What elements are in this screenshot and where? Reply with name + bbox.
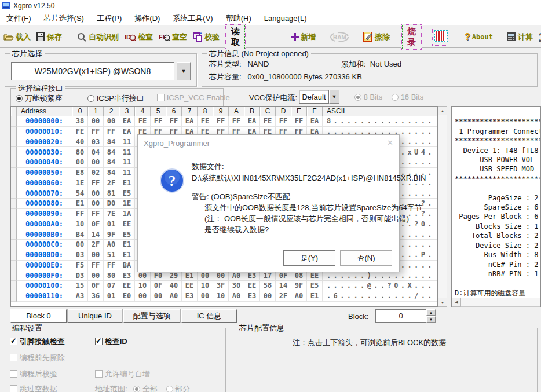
hex-byte-cell[interactable]: FF xyxy=(166,116,182,127)
hex-byte-cell[interactable]: 10 xyxy=(213,291,229,302)
hex-byte-cell[interactable]: E3 xyxy=(182,291,198,302)
hex-byte-cell[interactable]: 84 xyxy=(104,168,119,178)
check-id-button[interactable]: ID 检查 xyxy=(125,32,153,42)
hex-byte-cell[interactable]: 7E xyxy=(104,209,119,219)
hex-byte-cell[interactable]: 01 xyxy=(104,219,119,230)
hex-byte-cell[interactable]: 00 xyxy=(88,250,104,261)
hex-byte-cell[interactable]: E3 xyxy=(244,291,260,302)
hex-byte-cell[interactable]: 10 xyxy=(135,281,151,291)
hex-byte-cell[interactable]: 14 xyxy=(276,281,291,291)
hex-byte-cell[interactable]: 0F xyxy=(88,219,104,230)
menu-item[interactable]: 系统工具(V) xyxy=(166,13,219,24)
hex-byte-cell[interactable]: 00 xyxy=(88,199,104,209)
hex-byte-cell[interactable]: FF xyxy=(229,116,244,127)
hex-byte-cell[interactable]: A0 xyxy=(166,291,182,302)
hex-byte-cell[interactable]: 01 xyxy=(104,291,119,302)
hex-byte-cell[interactable]: 80 xyxy=(104,270,119,281)
log-hscrollbar[interactable] xyxy=(452,298,540,307)
program-button[interactable]: 烧录 xyxy=(401,24,422,50)
hex-byte-cell[interactable]: EA xyxy=(119,127,135,137)
hex-byte-cell[interactable]: FF xyxy=(276,116,291,127)
about-button[interactable]: ? About xyxy=(465,32,493,42)
scroll-up-icon[interactable]: ▲ xyxy=(438,106,447,115)
menu-item[interactable]: 操作(D) xyxy=(128,13,166,24)
hex-byte-cell[interactable]: D0 xyxy=(104,199,119,209)
hex-byte-cell[interactable]: 36 xyxy=(88,291,104,302)
close-icon[interactable]: ✕ xyxy=(387,138,393,147)
hex-byte-cell[interactable]: 02 xyxy=(88,168,104,178)
hex-byte-cell[interactable]: 00 xyxy=(88,270,104,281)
hex-byte-cell[interactable]: E8 xyxy=(72,168,88,178)
hex-byte-cell[interactable]: 84 xyxy=(104,147,119,157)
hex-byte-cell[interactable]: EA xyxy=(182,116,198,127)
hex-byte-cell[interactable]: 11 xyxy=(119,157,135,168)
hex-byte-cell[interactable]: FF xyxy=(88,261,104,271)
hex-byte-cell[interactable]: 03 xyxy=(72,250,88,261)
blank-check-button[interactable]: FF 查空 xyxy=(159,32,187,42)
hex-byte-cell[interactable]: EA xyxy=(307,116,323,127)
hex-byte-cell[interactable]: 9F xyxy=(104,229,119,240)
hex-byte-cell[interactable]: 0F xyxy=(151,281,166,291)
hex-byte-cell[interactable]: 00 xyxy=(151,291,166,302)
hex-byte-cell[interactable]: E1 xyxy=(307,291,323,302)
hex-byte-cell[interactable]: E1 xyxy=(72,199,88,209)
hex-byte-cell[interactable]: 00 xyxy=(135,291,151,302)
hex-byte-cell[interactable]: FF xyxy=(104,261,119,271)
hex-byte-cell[interactable]: 11 xyxy=(119,137,135,148)
hex-byte-cell[interactable]: 30 xyxy=(229,281,244,291)
hex-byte-cell[interactable]: 51 xyxy=(104,250,119,261)
hex-byte-cell[interactable]: EA xyxy=(244,116,260,127)
scroll-down-icon[interactable]: ▼ xyxy=(438,298,447,307)
hex-byte-cell[interactable]: 0F xyxy=(88,281,104,291)
save-button[interactable]: 保存 xyxy=(36,32,62,42)
hex-byte-cell[interactable]: A0 xyxy=(229,291,244,302)
vcc-combo[interactable]: Default xyxy=(299,90,329,104)
hex-byte-cell[interactable]: E1 xyxy=(119,250,135,261)
hex-byte-cell[interactable]: D3 xyxy=(72,270,88,281)
erase-button[interactable]: 擦除 xyxy=(363,32,390,42)
tab-config-options[interactable]: 配置与选项 xyxy=(123,309,180,323)
menu-item[interactable]: 工程(P) xyxy=(90,13,128,24)
hex-byte-cell[interactable]: EE xyxy=(119,219,135,230)
hex-byte-cell[interactable]: BA xyxy=(119,261,135,271)
hex-byte-cell[interactable]: FE xyxy=(198,116,213,127)
menu-item[interactable]: 文件(F) xyxy=(0,13,38,24)
hex-ascii-cell[interactable]: ......@..?0.X... xyxy=(323,281,437,291)
hex-byte-cell[interactable]: 00 xyxy=(88,188,104,199)
hex-byte-cell[interactable]: E3 xyxy=(119,270,135,281)
chip-test-button[interactable] xyxy=(432,28,449,46)
hex-byte-cell[interactable]: FE xyxy=(72,127,88,137)
hex-ascii-cell[interactable]: .6.........../.. xyxy=(323,291,437,302)
hex-byte-cell[interactable]: 38 xyxy=(72,116,88,127)
pin-check-checkbox[interactable]: 引脚接触检查 xyxy=(10,336,65,347)
hex-byte-cell[interactable]: B4 xyxy=(72,229,88,240)
hex-byte-cell[interactable]: 1E xyxy=(72,178,88,189)
hex-byte-cell[interactable]: 54 xyxy=(72,188,88,199)
block-spin-down-icon[interactable]: ▼ xyxy=(426,316,436,323)
no-button[interactable]: 否(N) xyxy=(340,250,392,266)
hex-byte-cell[interactable]: 00 xyxy=(198,291,213,302)
hex-byte-cell[interactable]: E5 xyxy=(119,229,135,240)
hex-byte-cell[interactable]: E5 xyxy=(119,188,135,199)
hex-byte-cell[interactable]: FF xyxy=(151,116,166,127)
yes-button[interactable]: 是(Y) xyxy=(283,250,335,266)
hex-byte-cell[interactable]: 9F xyxy=(291,281,307,291)
hex-byte-cell[interactable]: 80 xyxy=(72,147,88,157)
hex-byte-cell[interactable]: 2F xyxy=(104,178,119,189)
hex-byte-cell[interactable]: 00 xyxy=(88,157,104,168)
socket-radio[interactable]: 万能锁紧座 xyxy=(16,93,63,104)
hex-byte-cell[interactable]: 1A xyxy=(119,209,135,219)
menu-item[interactable]: Language(L) xyxy=(258,14,313,23)
vcc-dropdown-button[interactable]: ▼ xyxy=(329,90,339,104)
block-spin-up-icon[interactable]: ▲ xyxy=(426,309,436,316)
hex-byte-cell[interactable]: 1E xyxy=(119,199,135,209)
verify-button[interactable]: 校验 xyxy=(193,32,220,42)
hex-byte-cell[interactable]: 40 xyxy=(166,281,182,291)
hex-byte-cell[interactable]: EA xyxy=(119,116,135,127)
hex-scrollbar[interactable] xyxy=(438,106,447,307)
hex-byte-cell[interactable]: 10 xyxy=(72,219,88,230)
tab-unique-id[interactable]: Unique ID xyxy=(68,309,122,323)
check-id-checkbox[interactable]: 检查ID xyxy=(95,336,127,347)
hex-byte-cell[interactable]: FF xyxy=(88,209,104,219)
hex-byte-cell[interactable]: EE xyxy=(182,281,198,291)
